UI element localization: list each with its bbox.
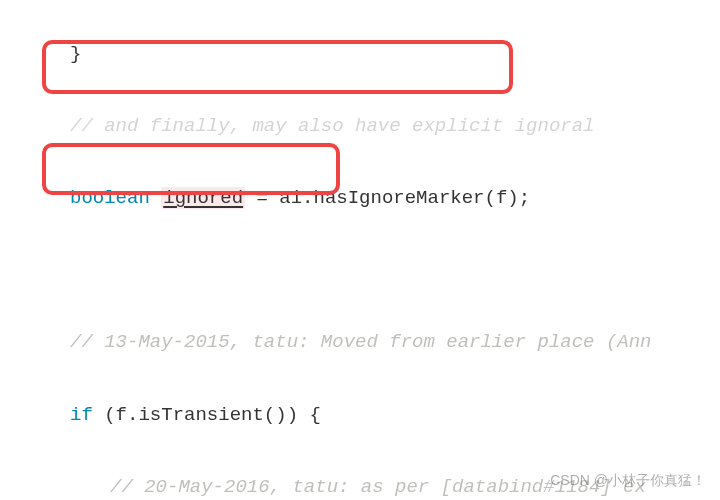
- var-ignored: ignored: [161, 187, 245, 209]
- keyword: boolean: [70, 187, 150, 209]
- comment-line: // 13-May-2015, tatu: Moved from earlier…: [70, 331, 652, 353]
- keyword: if: [70, 404, 93, 426]
- comment-line: // and finally, may also have explicit i…: [70, 115, 595, 137]
- watermark: CSDN @小林子你真猛！: [550, 467, 706, 494]
- code-text: (f.isTransient()) {: [93, 404, 321, 426]
- code-text: = ai.hasIgnoreMarker(f);: [245, 187, 530, 209]
- code-block: } // and finally, may also have explicit…: [0, 0, 720, 500]
- brace: }: [70, 43, 81, 65]
